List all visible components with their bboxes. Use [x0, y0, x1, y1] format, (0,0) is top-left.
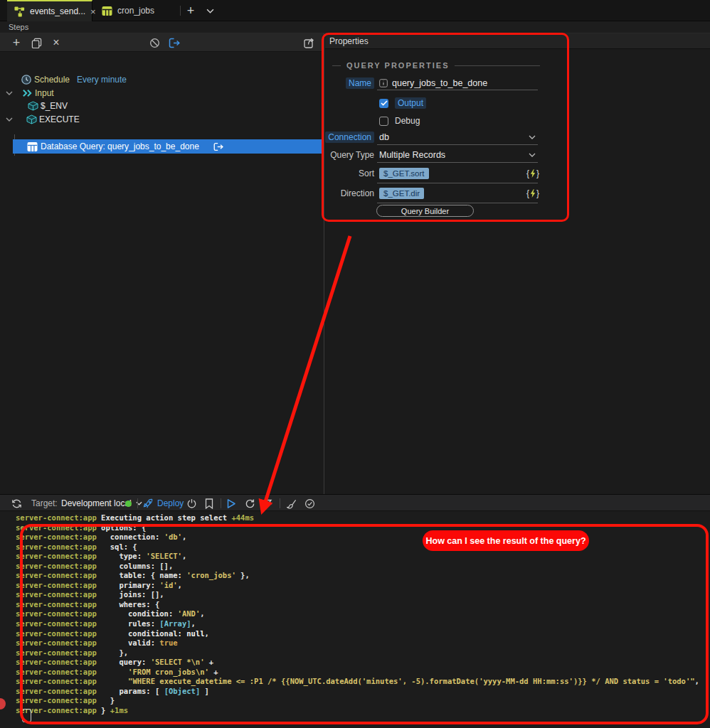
steps-toolbar: + × [0, 33, 324, 52]
tab-list-chevron-icon[interactable] [201, 0, 218, 21]
output-enabled-icon [213, 142, 224, 151]
console-log-line: server-connect:app Executing action step… [16, 513, 710, 523]
output-label: Output [395, 97, 426, 109]
debug-checkbox[interactable] [379, 117, 388, 126]
chevron-down-icon[interactable] [529, 153, 536, 157]
steps-panel: + × Schedule Every minute [0, 33, 324, 494]
name-input[interactable]: query_jobs_to_be_done [392, 78, 487, 88]
console-log-line: server-connect:app } +1ms [16, 706, 710, 716]
debug-row: Debug [325, 114, 540, 128]
console-output: server-connect:app Executing action step… [0, 511, 710, 728]
table-icon [102, 6, 112, 16]
check-circle-icon[interactable] [304, 498, 315, 509]
console-log-line: server-connect:app valid: true [16, 638, 710, 648]
console-log-line: server-connect:app "WHERE execute_dateti… [16, 677, 710, 687]
console-log-line: server-connect:app connection: 'db', [16, 532, 710, 542]
output-checkbox[interactable] [379, 99, 388, 108]
query-properties-section: QUERY PROPERTIES [332, 61, 540, 70]
connection-select[interactable]: db [379, 132, 389, 142]
console-log-line: server-connect:app }, [16, 648, 710, 658]
console-log-line: server-connect:app sql: { [16, 542, 710, 552]
console-log-line: server-connect:app wheres: { [16, 600, 710, 610]
share-icon[interactable] [303, 37, 316, 48]
target-label: Target: [31, 498, 58, 509]
query-type-row: Query Type Multiple Records [325, 148, 540, 162]
reload-icon[interactable] [245, 498, 255, 509]
console-log-line: server-connect:app joins: [], [16, 590, 710, 600]
chevron-down-icon[interactable] [6, 117, 13, 122]
chevron-down-icon[interactable] [6, 91, 13, 95]
section-title: QUERY PROPERTIES [346, 61, 449, 70]
console-log-line: server-connect:app } [16, 696, 710, 706]
env-label: $_ENV [41, 101, 68, 111]
direction-row: Direction $_GET.dir { } [325, 186, 540, 201]
debug-label: Debug [395, 116, 420, 126]
query-type-select[interactable]: Multiple Records [379, 150, 445, 160]
add-step-button[interactable]: + [10, 37, 23, 48]
properties-header: Properties [325, 33, 710, 49]
power-icon[interactable] [186, 498, 197, 509]
workflow-icon [14, 6, 25, 17]
connection-row: Connection db [325, 130, 540, 144]
input-step-icon [22, 89, 33, 97]
lightning-icon [530, 189, 536, 198]
database-query-label: Database Query: query_jobs_to_be_done [41, 141, 199, 151]
schedule-label: Schedule [34, 75, 70, 85]
sort-binding-picker[interactable]: { } [526, 168, 539, 178]
console-log-line: server-connect:app primary: 'id', [16, 581, 710, 591]
sort-row: Sort $_GET.sort { } [325, 166, 540, 181]
target-status-dot [125, 498, 132, 509]
tree-row-database-query-selected[interactable]: Database Query: query_jobs_to_be_done [13, 139, 323, 154]
chevron-down-icon[interactable] [529, 135, 536, 139]
info-icon[interactable] [379, 79, 388, 87]
console-toolbar: Target: Development local Deploy [0, 494, 710, 511]
deploy-button[interactable]: Deploy [143, 498, 184, 509]
cube-icon [28, 101, 38, 111]
tree-row-env[interactable]: $_ENV [0, 99, 324, 112]
query-builder-button[interactable]: Query Builder [376, 205, 474, 217]
steps-tree: Schedule Every minute Input $_ENV [0, 52, 324, 494]
direction-binding-picker[interactable]: { } [526, 188, 539, 198]
panel-toggle-icon[interactable] [22, 709, 31, 722]
tree-row-input[interactable]: Input [0, 86, 324, 100]
console-log-line: server-connect:app conditional: null, [16, 629, 710, 639]
query-type-label: Query Type [330, 150, 374, 160]
sync-icon[interactable] [11, 498, 22, 509]
new-tab-button[interactable]: + [182, 0, 199, 21]
console-log-line: server-connect:app rules: [Array], [16, 619, 710, 629]
execute-label: EXECUTE [39, 114, 80, 124]
direction-binding-chip[interactable]: $_GET.dir [379, 188, 424, 200]
disable-step-icon[interactable] [148, 37, 161, 48]
flag-icon[interactable] [263, 498, 273, 509]
connection-label: Connection [325, 132, 374, 143]
console-log-line: server-connect:app table: { name: 'cron_… [16, 571, 710, 581]
steps-title: Steps [9, 23, 28, 31]
db-table-icon [27, 141, 38, 152]
tree-row-execute[interactable]: EXECUTE [0, 112, 324, 126]
output-row: Output [325, 96, 540, 110]
tab-cron-jobs[interactable]: cron_jobs [95, 0, 179, 21]
console-log-line: server-connect:app params: [ [Object] ] [16, 687, 710, 697]
direction-label: Direction [341, 188, 374, 198]
output-step-icon[interactable] [168, 37, 181, 48]
lightning-icon [530, 169, 536, 178]
console-log-line: server-connect:app query: 'SELECT *\n' + [16, 658, 710, 668]
tabbar-separator [180, 6, 181, 16]
tree-row-schedule[interactable]: Schedule Every minute [0, 73, 324, 86]
console-log-line: server-connect:app columns: [], [16, 562, 710, 572]
input-label: Input [35, 88, 54, 98]
console-log-line: server-connect:app condition: 'AND', [16, 609, 710, 619]
sort-binding-chip[interactable]: $_GET.sort [379, 168, 429, 180]
properties-panel: Properties QUERY PROPERTIES Name query_j… [325, 33, 710, 494]
brush-icon[interactable] [286, 498, 297, 509]
console-log-line: server-connect:app type: 'SELECT', [16, 552, 710, 562]
tab-events-send[interactable]: events_send... × [7, 0, 92, 21]
play-icon[interactable] [226, 498, 236, 509]
sort-label: Sort [359, 168, 374, 178]
name-row: Name query_jobs_to_be_done [325, 76, 540, 90]
copy-step-button[interactable] [30, 37, 43, 48]
bookmark-icon[interactable] [205, 498, 213, 509]
steps-strip: Steps [0, 21, 710, 33]
annotation-bubble: How can I see the result of the query? [423, 530, 589, 551]
delete-step-button[interactable]: × [50, 37, 63, 48]
